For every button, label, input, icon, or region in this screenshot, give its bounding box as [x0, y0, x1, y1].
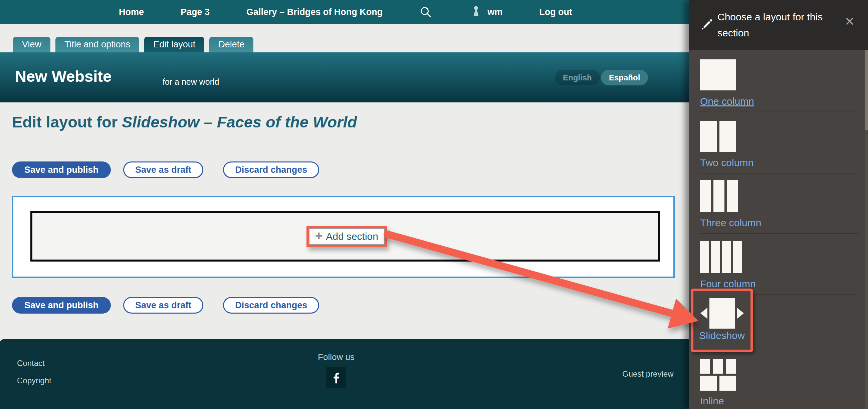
user-name: wm [488, 7, 502, 18]
layout-option-label: Inline [700, 395, 724, 406]
page-title: Edit layout for Slideshow – Faces of the… [12, 113, 357, 131]
nav-item-gallery[interactable]: Gallery – Bridges of Hong Kong [246, 7, 382, 18]
four-column-thumbnail [700, 241, 756, 273]
tab-title-and-options[interactable]: Title and options [55, 37, 139, 53]
annotation-box-slideshow: Slideshow [691, 288, 753, 352]
carousel-left-arrow-icon [701, 308, 707, 319]
layout-option-label: Three column [700, 217, 761, 228]
site-title: New Website [15, 67, 112, 86]
action-bar-bottom: Save and publish Save as draft Discard c… [12, 297, 319, 314]
facebook-icon[interactable] [326, 367, 346, 388]
slideshow-thumbnail [701, 298, 744, 329]
guest-preview-link[interactable]: Guest preview [622, 369, 673, 379]
divider [699, 111, 858, 111]
layout-option-inline[interactable]: Inline [700, 359, 736, 407]
user-menu[interactable]: wm [469, 4, 502, 20]
layout-chooser-title: Choose a layout for this section [717, 9, 844, 41]
plus-icon: + [315, 230, 322, 242]
footer-link-contact[interactable]: Contact [17, 359, 45, 368]
nav-item-page-3[interactable]: Page 3 [181, 7, 210, 18]
one-column-thumbnail [700, 59, 754, 91]
save-as-draft-button[interactable]: Save as draft [123, 297, 203, 314]
tab-edit-layout[interactable]: Edit layout [144, 37, 204, 53]
tab-view[interactable]: View [13, 37, 51, 53]
site-header: New Website for a new world English Espa… [0, 53, 689, 102]
action-bar-top: Save and publish Save as draft Discard c… [12, 162, 319, 178]
carousel-right-arrow-icon [737, 308, 744, 319]
layout-option-label: Two column [700, 157, 753, 168]
user-icon [469, 4, 483, 20]
layout-option-two-column[interactable]: Two column [700, 121, 753, 168]
nav-item-logout[interactable]: Log out [539, 7, 572, 18]
layout-option-label: One column [700, 96, 754, 107]
pencil-icon [699, 18, 714, 33]
follow-us-block: Follow us [301, 352, 371, 388]
two-column-thumbnail [700, 121, 753, 152]
language-toggle-espanol[interactable]: Español [601, 70, 648, 86]
entity-tabs: View Title and options Edit layout Delet… [13, 37, 253, 53]
language-toggle-english[interactable]: English [555, 70, 600, 86]
save-as-draft-button[interactable]: Save as draft [123, 162, 203, 178]
layout-option-four-column[interactable]: Four column [700, 241, 756, 289]
nav-item-home[interactable]: Home [119, 7, 144, 18]
close-icon[interactable]: ✕ [843, 15, 857, 28]
sidebar-scrollbar[interactable] [865, 0, 868, 409]
add-section-button[interactable]: + Add section [309, 228, 384, 245]
page-title-prefix: Edit layout for [12, 113, 122, 131]
site-tagline: for a new world [163, 77, 219, 87]
follow-us-label: Follow us [318, 352, 354, 362]
footer-link-copyright[interactable]: Copyright [17, 376, 52, 385]
layout-option-one-column[interactable]: One column [700, 59, 754, 107]
site-footer: Contact Copyright Follow us Guest previe… [0, 339, 689, 409]
three-column-thumbnail [700, 180, 761, 212]
discard-changes-button[interactable]: Discard changes [223, 297, 319, 314]
layout-option-three-column[interactable]: Three column [700, 180, 761, 229]
inline-thumbnail [700, 359, 736, 390]
layout-chooser-header: Choose a layout for this section ✕ [689, 0, 868, 50]
page: Home Page 3 Gallery – Bridges of Hong Ko… [0, 0, 868, 409]
divider [699, 173, 858, 173]
add-section-label: Add section [326, 231, 378, 242]
layout-chooser-panel: Choose a layout for this section ✕ One c… [689, 0, 868, 409]
tab-delete[interactable]: Delete [209, 37, 253, 53]
discard-changes-button[interactable]: Discard changes [223, 162, 319, 178]
layout-option-slideshow[interactable]: Slideshow [693, 291, 750, 350]
save-and-publish-button[interactable]: Save and publish [12, 297, 111, 314]
top-navigation: Home Page 3 Gallery – Bridges of Hong Ko… [0, 0, 689, 24]
layout-option-label: Slideshow [699, 330, 745, 341]
annotation-box-add-section: + Add section [307, 226, 387, 247]
divider [699, 233, 858, 234]
save-and-publish-button[interactable]: Save and publish [12, 162, 111, 178]
search-icon[interactable] [419, 5, 433, 19]
page-title-entity: Slideshow – Faces of the World [122, 113, 357, 131]
layout-option-label: Four column [700, 278, 756, 289]
